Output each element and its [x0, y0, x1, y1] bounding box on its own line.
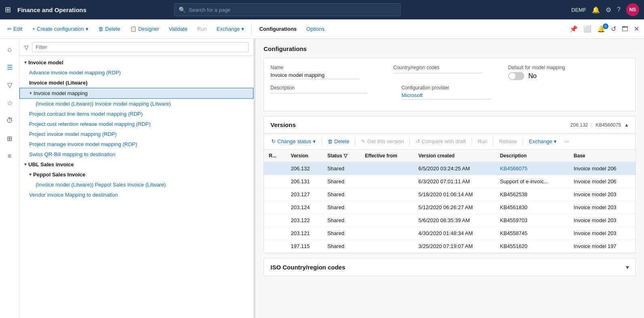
- run-versions-button[interactable]: Run: [475, 137, 490, 146]
- cell-base: Invoice model 203: [569, 188, 636, 201]
- filter-icon-status[interactable]: ▽: [344, 153, 347, 159]
- pin-icon[interactable]: 📌: [568, 23, 579, 34]
- settings-icon[interactable]: ⚙: [606, 6, 611, 14]
- table-row[interactable]: 197.115 Shared 3/25/2020 07:19:07 AM KB4…: [264, 240, 636, 253]
- tree-item-ubl-sales[interactable]: ▾ UBL Sales invoice: [19, 159, 253, 170]
- close-icon[interactable]: ✕: [632, 23, 641, 34]
- versions-collapse-btn[interactable]: ▲: [624, 122, 629, 128]
- table-row[interactable]: 206.131 Shared 6/3/2020 07:01:11 AM Supp…: [264, 175, 636, 188]
- tree-item-invoice-model[interactable]: ▾ Invoice model: [19, 57, 253, 68]
- provider-value[interactable]: Microsoft: [401, 92, 490, 100]
- tree-item-peppol-litware[interactable]: (Invoice model (Litware)) Peppol Sales I…: [19, 180, 253, 190]
- cell-description: Support of e-invoic...: [495, 175, 569, 188]
- user-label: DEMF: [571, 7, 586, 13]
- validate-button[interactable]: Validate: [165, 23, 192, 34]
- table-row[interactable]: 203.121 Shared 4/30/2020 01:48:34 AM KB4…: [264, 227, 636, 240]
- base-num: 203: [608, 230, 617, 236]
- designer-button[interactable]: 📋 Designer: [126, 23, 163, 34]
- delete-button[interactable]: 🗑 Delete: [94, 23, 125, 34]
- more-options-button[interactable]: ···: [562, 137, 572, 146]
- cell-effective: [360, 214, 414, 227]
- col-header-base: Base: [569, 150, 636, 162]
- name-label: Name: [270, 65, 359, 70]
- versions-exchange-button[interactable]: Exchange ▾: [526, 137, 559, 146]
- cell-base: Invoice model 206: [569, 175, 636, 188]
- name-field: Name Invoice model mapping: [270, 65, 359, 80]
- sidenav-home[interactable]: ⌂: [2, 42, 17, 57]
- exchange-button[interactable]: Exchange ▾: [213, 23, 249, 34]
- search-input[interactable]: [189, 7, 396, 13]
- cell-base: Invoice model 206: [569, 162, 636, 175]
- cell-version: 203.127: [286, 188, 322, 201]
- cell-status: Shared: [323, 162, 360, 175]
- description-value: [270, 92, 367, 93]
- get-this-version-button[interactable]: ✎ Get this version: [359, 137, 406, 146]
- table-row[interactable]: 203.124 Shared 5/12/2020 06:26:27 AM KB4…: [264, 201, 636, 214]
- sidenav-filter[interactable]: ▽: [2, 78, 17, 92]
- help-icon[interactable]: ?: [617, 6, 621, 13]
- expand-icon[interactable]: ⬜: [582, 23, 593, 34]
- default-toggle[interactable]: [508, 72, 524, 80]
- table-row[interactable]: 206.132 Shared 6/5/2020 03:24:25 AM KB45…: [264, 162, 636, 175]
- cell-base: Invoice model 197: [569, 240, 636, 253]
- col-header-version: Version: [286, 150, 322, 162]
- cell-created: 3/25/2020 07:19:07 AM: [414, 240, 495, 253]
- get-icon: ✎: [361, 138, 365, 144]
- bell-icon[interactable]: 🔔: [592, 6, 600, 14]
- exchange-chevron-v-icon: ▾: [554, 138, 557, 144]
- tree-item-swiss-qr[interactable]: Swiss QR-Bill mapping to destination: [19, 149, 253, 159]
- restore-icon[interactable]: 🗔: [620, 24, 630, 34]
- description-label: Description: [270, 85, 367, 91]
- sidenav-star[interactable]: ☆: [2, 95, 17, 110]
- provider-label: Configuration provider: [401, 85, 490, 91]
- base-num: 203: [608, 217, 617, 223]
- cell-status: Shared: [323, 188, 360, 201]
- filter-input[interactable]: [32, 42, 249, 52]
- cell-description[interactable]: KB4566075: [495, 162, 569, 175]
- refresh-icon[interactable]: ↺: [609, 23, 618, 34]
- cell-status: Shared: [323, 175, 360, 188]
- plus-icon: +: [32, 26, 35, 32]
- avatar[interactable]: NS: [626, 3, 639, 16]
- cell-r: [264, 227, 286, 240]
- versions-title: Versions: [270, 121, 296, 128]
- iso-expand-btn[interactable]: ▾: [626, 263, 629, 271]
- v-sep-3: [410, 138, 410, 146]
- tree-item-advance-invoice[interactable]: Advance invoice model mapping (RDP): [19, 68, 253, 78]
- configurations-tab[interactable]: Configurations: [255, 23, 300, 34]
- side-nav: ⌂ ☰ ▽ ☆ ⏱ ⊞ ≡: [0, 39, 19, 318]
- sidenav-grid[interactable]: ⊞: [2, 131, 17, 146]
- cell-base: Invoice model 203: [569, 201, 636, 214]
- default-field: Default for model mapping No: [508, 65, 565, 80]
- options-tab[interactable]: Options: [302, 23, 329, 34]
- sidenav-list[interactable]: ≡: [2, 149, 17, 163]
- cell-status: Shared: [323, 214, 360, 227]
- change-status-button[interactable]: ↻ Change status ▾: [269, 137, 318, 146]
- compare-with-draft-button[interactable]: ↺ Compare with draft: [413, 137, 469, 146]
- search-bar[interactable]: 🔍: [174, 3, 401, 16]
- edit-button[interactable]: ✏ Edit: [3, 23, 26, 34]
- rebase-button[interactable]: Rebase: [496, 137, 519, 146]
- table-row[interactable]: 203.127 Shared 5/18/2020 01:06:14 AM KB4…: [264, 188, 636, 201]
- col-header-status: Status ▽: [323, 150, 360, 162]
- sidenav-recent[interactable]: ⏱: [2, 113, 17, 128]
- tree-item-peppol-sales[interactable]: ▾ Peppol Sales Invoice: [19, 170, 253, 180]
- country-field: Country/region codes: [393, 65, 482, 80]
- create-config-button[interactable]: + Create configuration ▾: [28, 23, 93, 34]
- versions-delete-button[interactable]: 🗑 Delete: [325, 137, 352, 146]
- sidenav-menu[interactable]: ☰: [2, 60, 17, 74]
- tree-item-invoice-mapping-litware[interactable]: (Invoice model (Litware)) Invoice model …: [19, 99, 253, 109]
- table-row[interactable]: 203.122 Shared 5/6/2020 08:35:39 AM KB45…: [264, 214, 636, 227]
- tree-item-invoice-litware[interactable]: Invoice model (Litware): [19, 78, 253, 88]
- iso-title: ISO Country/region codes: [270, 264, 345, 271]
- cell-version: 203.122: [286, 214, 322, 227]
- tree-item-project-cust[interactable]: Project cust retention release model map…: [19, 119, 253, 129]
- tree-item-project-contract[interactable]: Project contract line items model mappin…: [19, 109, 253, 119]
- tree-item-vendor-invoice[interactable]: Vendor invoice Mapping to destination: [19, 190, 253, 200]
- tree-item-invoice-mapping[interactable]: ▾ Invoice model mapping: [19, 88, 253, 99]
- tree-item-project-manage[interactable]: Project manage invoice model mapping (RD…: [19, 139, 253, 149]
- cell-status: Shared: [323, 240, 360, 253]
- tree-item-project-invoice[interactable]: Project invoice model mapping (RDP): [19, 129, 253, 139]
- run-button[interactable]: Run: [193, 23, 211, 34]
- grid-icon[interactable]: ⊞: [5, 5, 11, 14]
